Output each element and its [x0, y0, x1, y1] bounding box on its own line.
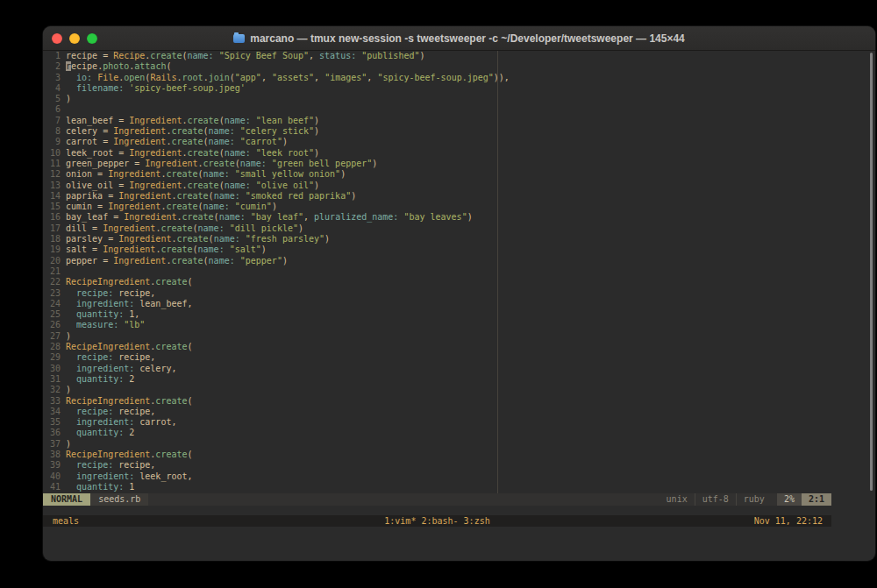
code-line[interactable]: 40 ingredient: leek_root, — [43, 471, 831, 482]
line-number: 14 — [46, 191, 61, 202]
code-line[interactable]: 8celery = Ingredient.create(name: "celer… — [43, 126, 831, 137]
line-number: 5 — [46, 94, 61, 104]
tmux-client-area: 1recipe = Recipe.create(name: "Spicy Bee… — [43, 51, 831, 527]
code-line[interactable]: 4 filename: 'spicy-beef-soup.jpeg' — [43, 83, 831, 94]
titlebar: marcano — tmux new-session -s tweetsweep… — [43, 26, 875, 51]
code-line[interactable]: 41 quantity: 1 — [43, 482, 831, 492]
code-line[interactable]: 10leek_root = Ingredient.create(name: "l… — [43, 148, 831, 159]
code-line[interactable]: 39 recipe: recipe, — [43, 460, 831, 471]
code-line[interactable]: 38RecipeIngredient.create( — [43, 450, 831, 460]
code-line[interactable]: 35 ingredient: carrot, — [43, 417, 831, 428]
code-line[interactable]: 13olive_oil = Ingredient.create(name: "o… — [43, 181, 831, 191]
code-line[interactable]: 37) — [43, 439, 831, 450]
code-line[interactable]: 33RecipeIngredient.create( — [43, 396, 831, 407]
code-line[interactable]: 14paprika = Ingredient.create(name: "smo… — [43, 191, 831, 202]
code-line[interactable]: 24 ingredient: lean_beef, — [43, 299, 831, 309]
code-line[interactable]: 9carrot = Ingredient.create(name: "carro… — [43, 137, 831, 147]
line-number: 41 — [46, 482, 61, 492]
code-line[interactable]: 11green_pepper = Ingredient.create(name:… — [43, 159, 831, 169]
code-line[interactable]: 26 measure: "lb" — [43, 320, 831, 330]
close-button[interactable] — [52, 33, 62, 44]
code-line[interactable]: 12onion = Ingredient.create(name: "small… — [43, 169, 831, 180]
code-line[interactable]: 16bay_leaf = Ingredient.create(name: "ba… — [43, 212, 831, 223]
line-number: 39 — [46, 460, 61, 471]
zoom-button[interactable] — [87, 33, 97, 44]
minimize-button[interactable] — [69, 33, 80, 44]
code-line[interactable]: 21 — [43, 266, 831, 277]
code-line[interactable]: 17dill = Ingredient.create(name: "dill p… — [43, 223, 831, 234]
code-text: lean_beef = Ingredient.create(name: "lea… — [66, 116, 319, 126]
line-number: 2 — [46, 61, 61, 72]
line-number: 35 — [46, 417, 61, 428]
code-text: quantity: 1 — [66, 482, 134, 492]
code-line[interactable]: 5) — [43, 94, 831, 104]
code-text: recipe: recipe, — [66, 407, 155, 417]
terminal-window: marcano — tmux new-session -s tweetsweep… — [43, 26, 875, 561]
code-line[interactable]: 2recipe.photo.attach( — [43, 61, 831, 72]
code-text: ingredient: celery, — [66, 364, 176, 374]
code-line[interactable]: 20pepper = Ingredient.create(name: "pepp… — [43, 256, 831, 266]
vim-mode-indicator: NORMAL — [43, 493, 90, 506]
code-text: io: File.open(Rails.root.join("app", "as… — [66, 73, 510, 83]
code-line[interactable]: 31 quantity: 2 — [43, 374, 831, 385]
vim-command-line — [43, 506, 831, 515]
code-text: recipe = Recipe.create(name: "Spicy Beef… — [66, 51, 425, 61]
code-text: quantity: 2 — [66, 374, 134, 385]
line-number: 34 — [46, 407, 61, 417]
tmux-window-list[interactable]: 1:vim* 2:bash- 3:zsh — [43, 515, 831, 527]
code-line[interactable]: 22RecipeIngredient.create( — [43, 277, 831, 287]
code-text: ingredient: carrot, — [66, 417, 176, 428]
code-line[interactable]: 30 ingredient: celery, — [43, 364, 831, 374]
vim-editor[interactable]: 1recipe = Recipe.create(name: "Spicy Bee… — [43, 51, 831, 493]
code-text: leek_root = Ingredient.create(name: "lee… — [66, 148, 319, 159]
code-text: RecipeIngredient.create( — [66, 396, 193, 407]
code-line[interactable]: 19salt = Ingredient.create(name: "salt") — [43, 244, 831, 255]
code-text: recipe: recipe, — [66, 352, 155, 363]
code-line[interactable]: 29 recipe: recipe, — [43, 352, 831, 363]
line-number: 11 — [46, 159, 61, 169]
line-number: 7 — [46, 116, 61, 126]
line-number: 13 — [46, 181, 61, 191]
line-number: 36 — [46, 428, 61, 438]
statusline-encoding: utf-8 — [695, 493, 736, 506]
code-line[interactable]: 25 quantity: 1, — [43, 309, 831, 320]
statusline-scroll-percent: 2% — [777, 493, 802, 506]
code-line[interactable]: 18parsley = Ingredient.create(name: "fre… — [43, 234, 831, 244]
line-number: 25 — [46, 309, 61, 320]
code-text: quantity: 2 — [66, 428, 134, 438]
code-text: ) — [66, 385, 71, 395]
code-text: ingredient: lean_beef, — [66, 299, 193, 309]
vim-statusline: NORMAL seeds.rb unix utf-8 ruby 2% 2:1 — [43, 493, 831, 506]
code-line[interactable]: 32) — [43, 385, 831, 395]
statusline-filename: seeds.rb — [90, 493, 148, 506]
code-line[interactable]: 1recipe = Recipe.create(name: "Spicy Bee… — [43, 51, 831, 61]
code-line[interactable]: 36 quantity: 2 — [43, 428, 831, 438]
code-text: ) — [66, 94, 71, 104]
code-line[interactable]: 34 recipe: recipe, — [43, 407, 831, 417]
statusline-fileformat: unix — [660, 493, 695, 506]
terminal-scrollbar[interactable] — [870, 53, 873, 491]
code-line[interactable]: 15cumin = Ingredient.create(name: "cumin… — [43, 202, 831, 212]
code-text: salt = Ingredient.create(name: "salt") — [66, 244, 267, 255]
code-text: quantity: 1, — [66, 309, 139, 320]
code-text: ingredient: leek_root, — [66, 471, 193, 482]
line-number: 6 — [46, 104, 61, 115]
line-number: 12 — [46, 169, 61, 180]
code-text: RecipeIngredient.create( — [66, 342, 193, 352]
statusline-spacer — [148, 493, 659, 506]
code-line[interactable]: 27) — [43, 331, 831, 342]
tmux-status-bar: meals 1:vim* 2:bash- 3:zsh Nov 11, 22:12 — [43, 515, 831, 527]
code-line[interactable]: 6 — [43, 104, 831, 115]
code-lines: 1recipe = Recipe.create(name: "Spicy Bee… — [43, 51, 831, 492]
code-text: olive_oil = Ingredient.create(name: "oli… — [66, 181, 319, 191]
code-line[interactable]: 3 io: File.open(Rails.root.join("app", "… — [43, 73, 831, 83]
line-number: 16 — [46, 212, 61, 223]
line-number: 32 — [46, 385, 61, 395]
window-title: marcano — tmux new-session -s tweetsweep… — [250, 32, 685, 45]
code-line[interactable]: 7lean_beef = Ingredient.create(name: "le… — [43, 116, 831, 126]
code-text: recipe.photo.attach( — [66, 61, 171, 72]
code-text: RecipeIngredient.create( — [66, 277, 193, 287]
line-number: 30 — [46, 364, 61, 374]
code-line[interactable]: 28RecipeIngredient.create( — [43, 342, 831, 352]
code-line[interactable]: 23 recipe: recipe, — [43, 288, 831, 299]
